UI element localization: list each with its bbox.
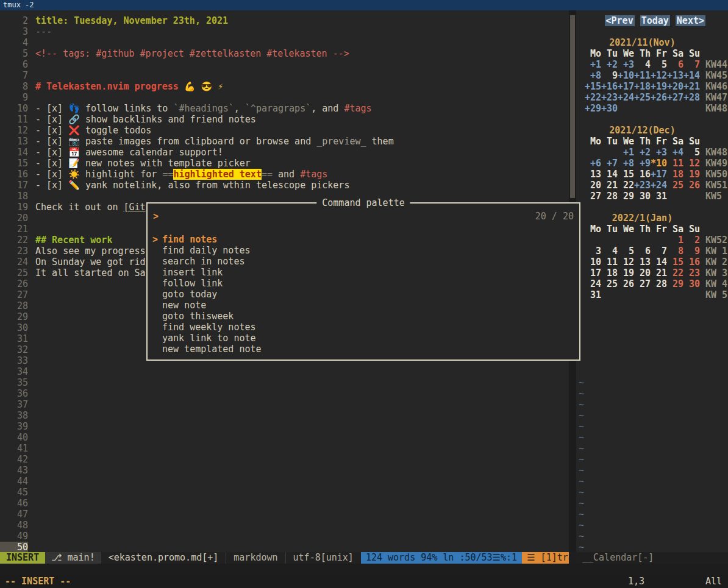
calendar-day[interactable]: +20 [667, 81, 683, 92]
calendar-day[interactable]: +23 [634, 180, 651, 191]
editor-line[interactable]: 9 [0, 92, 569, 103]
editor-line[interactable]: 40 [0, 432, 569, 443]
calendar-day[interactable]: 22 [618, 180, 634, 191]
palette-item[interactable]: follow link [148, 278, 579, 289]
calendar-day[interactable]: 16 [634, 169, 651, 180]
editor-line[interactable]: 15- [x] 📝 new notes with template picker [0, 158, 569, 169]
calendar-day[interactable]: 13 [585, 169, 601, 180]
palette-item[interactable]: find weekly notes [148, 322, 579, 333]
calendar-day[interactable]: +30 [601, 103, 618, 114]
calendar-day[interactable]: 9 [601, 70, 618, 81]
calendar-day[interactable]: 28 [601, 191, 618, 202]
palette-item[interactable]: goto today [148, 289, 579, 300]
calendar-day[interactable]: +3 [618, 59, 634, 70]
calendar-day[interactable]: 5 [683, 147, 700, 158]
editor-line[interactable]: 5<!-- tags: #github #project #zettelkast… [0, 48, 569, 59]
palette-item[interactable]: yank link to note [148, 333, 579, 344]
calendar-day[interactable]: 6 [667, 59, 683, 70]
editor-line[interactable]: 16- [x] ☀️ highlight for ==highlighted t… [0, 169, 569, 180]
calendar-day[interactable]: 8 [667, 246, 683, 257]
editor-line[interactable]: 17- [x] ✏️ yank notelink, also from wthi… [0, 180, 569, 191]
calendar-day[interactable]: 27 [634, 278, 651, 289]
calendar-next-button[interactable]: Next> [676, 15, 705, 26]
editor-line[interactable]: 3--- [0, 26, 569, 37]
calendar-day[interactable]: +26 [651, 92, 667, 103]
editor-line[interactable]: 10- [x] 👣 follow links to `#headings`, `… [0, 103, 569, 114]
calendar-day[interactable]: +10 [618, 70, 634, 81]
calendar-day[interactable]: +17 [618, 81, 634, 92]
calendar-day[interactable]: 15 [667, 257, 683, 267]
calendar-day[interactable]: 21 [601, 180, 618, 191]
calendar-day[interactable]: +2 [634, 147, 651, 158]
editor-line[interactable]: 11- [x] 🔗 show backlinks and friend note… [0, 114, 569, 125]
calendar-day[interactable]: 13 [634, 257, 651, 267]
calendar-day[interactable]: +25 [634, 92, 651, 103]
calendar-day[interactable]: +14 [683, 70, 700, 81]
calendar-day[interactable]: 21 [651, 267, 667, 278]
calendar-day[interactable]: 19 [683, 169, 700, 180]
calendar-day[interactable]: +1 [618, 147, 634, 158]
calendar-today-button[interactable]: Today [640, 15, 670, 26]
calendar-day[interactable]: 14 [601, 169, 618, 180]
calendar-day[interactable]: 29 [618, 191, 634, 202]
calendar-day[interactable]: 18 [667, 169, 683, 180]
calendar-day[interactable]: 11 [601, 257, 618, 267]
calendar-day[interactable]: +22 [585, 92, 601, 103]
calendar-day[interactable]: 26 [683, 180, 700, 191]
palette-item[interactable]: >find notes [148, 234, 579, 245]
calendar-day[interactable]: +19 [651, 81, 667, 92]
calendar-day[interactable]: 7 [651, 246, 667, 257]
calendar-day[interactable]: 30 [634, 191, 651, 202]
calendar-day[interactable]: +9 [634, 158, 651, 169]
calendar-day[interactable]: 16 [683, 257, 700, 267]
calendar-day[interactable]: 20 [585, 180, 601, 191]
editor-line[interactable]: 36 [0, 388, 569, 399]
palette-item[interactable]: find daily notes [148, 245, 579, 256]
calendar-day[interactable]: +7 [601, 158, 618, 169]
calendar-day[interactable]: 4 [634, 59, 651, 70]
editor-line[interactable]: 48 [0, 520, 569, 531]
editor-line[interactable]: 14- [x] 📅 awesome calendar support! [0, 147, 569, 158]
calendar-prev-button[interactable]: <Prev [605, 15, 635, 26]
editor-line[interactable]: 38 [0, 410, 569, 421]
editor-line[interactable]: 13- [x] 📷 paste images from clipboard or… [0, 136, 569, 147]
editor-line[interactable]: 6 [0, 59, 569, 70]
editor-line[interactable]: 44 [0, 476, 569, 487]
calendar-day[interactable]: 17 [585, 267, 601, 278]
calendar-day[interactable]: 31 [651, 191, 667, 202]
calendar-day[interactable]: +24 [618, 92, 634, 103]
calendar-day[interactable]: +13 [667, 70, 683, 81]
calendar-day[interactable]: 14 [651, 257, 667, 267]
command-line[interactable]: :lua require('telekasten').panel() [0, 564, 728, 575]
editor-line[interactable]: 8# Telekasten.nvim progress 💪 😎 ⚡ [0, 81, 569, 92]
palette-item[interactable]: new note [148, 300, 579, 311]
editor-line[interactable]: 47 [0, 509, 569, 520]
editor-line[interactable]: 42 [0, 454, 569, 465]
calendar-day[interactable]: 27 [585, 191, 601, 202]
calendar-day[interactable]: +8 [585, 70, 601, 81]
calendar-day[interactable]: +28 [683, 92, 700, 103]
calendar-day[interactable]: 23 [683, 267, 700, 278]
editor-line[interactable]: 43 [0, 465, 569, 476]
calendar-day[interactable]: 19 [618, 267, 634, 278]
editor-line[interactable]: 4 [0, 37, 569, 48]
calendar-day[interactable]: 25 [667, 180, 683, 191]
editor-line[interactable]: 39 [0, 421, 569, 432]
palette-item[interactable]: insert link [148, 267, 579, 278]
calendar-day[interactable]: +8 [618, 158, 634, 169]
calendar-pane[interactable]: <Prev Today Next> 2021/11(Nov)MoTuWeThFr… [576, 10, 728, 552]
editor-line[interactable]: 46 [0, 498, 569, 509]
calendar-day[interactable]: +17 [651, 169, 667, 180]
calendar-day[interactable]: 2 [683, 235, 700, 246]
calendar-day[interactable]: 4 [601, 246, 618, 257]
calendar-day[interactable]: 22 [667, 267, 683, 278]
calendar-day[interactable]: 15 [618, 169, 634, 180]
palette-item[interactable]: search in notes [148, 256, 579, 267]
calendar-day[interactable]: +23 [601, 92, 618, 103]
calendar-day[interactable]: 18 [601, 267, 618, 278]
calendar-day[interactable]: 25 [601, 278, 618, 289]
calendar-day[interactable]: 1 [667, 235, 683, 246]
editor-line[interactable]: 35 [0, 377, 569, 388]
calendar-day[interactable]: +6 [585, 158, 601, 169]
editor-line[interactable]: 50 [0, 542, 569, 552]
